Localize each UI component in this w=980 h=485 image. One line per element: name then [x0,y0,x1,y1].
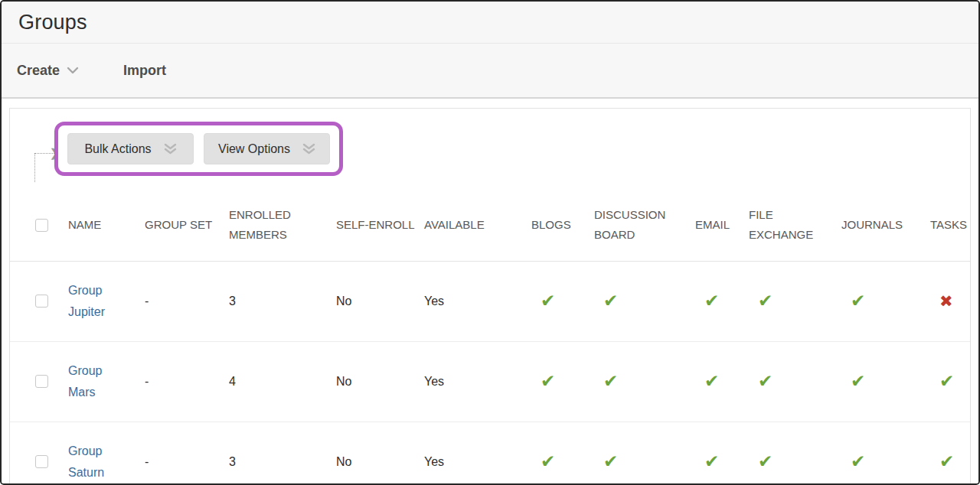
file-exchange-status-icon: ✔ [749,341,841,422]
group-set-cell: - [145,422,229,485]
group-set-cell: - [145,261,229,341]
enrolled-members-cell: 4 [229,341,336,422]
journals-status-icon: ✔ [841,261,930,341]
table-header-row: NAME GROUP SET ENROLLED MEMBERS SELF-ENR… [10,188,970,261]
column-header-enrolled-members: ENROLLED MEMBERS [229,188,336,261]
discussion-board-status-icon: ✔ [594,261,695,341]
column-header-email: EMAIL [695,188,749,261]
row-checkbox[interactable] [35,455,48,468]
row-checkbox[interactable] [35,375,48,388]
blogs-status-icon: ✔ [531,422,594,485]
journals-status-icon: ✔ [841,341,930,422]
file-exchange-status-icon: ✔ [749,422,841,485]
column-header-group-set: GROUP SET [145,188,229,261]
blogs-status-icon: ✔ [531,341,594,422]
column-header-self-enroll: SELF-ENROLL [336,188,424,261]
page-title: Groups [18,11,962,34]
groups-panel: ❯ Bulk Actions View Options [9,108,971,485]
enrolled-members-cell: 3 [229,422,336,485]
import-button[interactable]: Import [79,63,166,79]
blogs-status-icon: ✔ [531,261,594,341]
double-chevron-down-icon [164,143,177,155]
available-cell: Yes [424,261,531,341]
chevron-down-icon [67,67,79,74]
groups-page: Groups Create Import ❯ Bulk Actions [0,0,980,485]
self-enroll-cell: No [336,422,424,485]
email-status-icon: ✔ [695,261,749,341]
email-status-icon: ✔ [695,341,749,422]
select-all-pointer-arrow: ❯ [34,153,54,182]
select-all-checkbox[interactable] [35,219,48,232]
column-header-discussion-board: DISCUSSION BOARD [594,188,695,261]
table-row: Group Mars - 4 No Yes ✔ ✔ ✔ ✔ ✔ ✔ [10,341,970,422]
file-exchange-status-icon: ✔ [749,261,841,341]
discussion-board-status-icon: ✔ [594,422,695,485]
bulk-actions-label: Bulk Actions [84,142,151,156]
column-header-name: NAME [68,188,145,261]
list-action-bar: ❯ Bulk Actions View Options [10,122,970,185]
available-cell: Yes [424,341,531,422]
self-enroll-cell: No [336,341,424,422]
header-select-all [10,188,68,261]
group-name-link[interactable]: Group Saturn [68,441,113,483]
column-header-blogs: BLOGS [531,188,594,261]
import-button-label: Import [123,63,166,79]
content-area: ❯ Bulk Actions View Options [2,99,978,485]
discussion-board-status-icon: ✔ [594,341,695,422]
tasks-status-icon: ✔ [930,422,970,485]
column-header-file-exchange: FILE EXCHANGE [749,188,841,261]
bulk-actions-button[interactable]: Bulk Actions [67,133,194,164]
column-header-available: AVAILABLE [424,188,531,261]
email-status-icon: ✔ [695,422,749,485]
group-name-link[interactable]: Group Jupiter [68,280,113,323]
column-header-journals: JOURNALS [841,188,930,261]
create-button[interactable]: Create [17,63,79,79]
view-options-label: View Options [218,142,290,156]
create-import-toolbar: Create Import [2,44,978,99]
double-chevron-down-icon [302,143,315,155]
table-row: Group Jupiter - 3 No Yes ✔ ✔ ✔ ✔ ✔ ✖ [10,261,970,341]
group-set-cell: - [145,341,229,422]
tasks-status-icon: ✔ [930,341,970,422]
page-header: Groups [2,2,978,44]
groups-table: NAME GROUP SET ENROLLED MEMBERS SELF-ENR… [10,188,970,485]
row-checkbox[interactable] [35,295,48,308]
create-button-label: Create [17,63,60,79]
journals-status-icon: ✔ [841,422,930,485]
annotation-highlight-box: Bulk Actions View Options [54,122,343,176]
available-cell: Yes [424,422,531,485]
table-row: Group Saturn - 3 No Yes ✔ ✔ ✔ ✔ ✔ ✔ [10,422,970,485]
tasks-status-icon: ✖ [930,261,970,341]
enrolled-members-cell: 3 [229,261,336,341]
group-name-link[interactable]: Group Mars [68,360,113,403]
self-enroll-cell: No [336,261,424,341]
view-options-button[interactable]: View Options [204,133,330,164]
column-header-tasks: TASKS [930,188,970,261]
